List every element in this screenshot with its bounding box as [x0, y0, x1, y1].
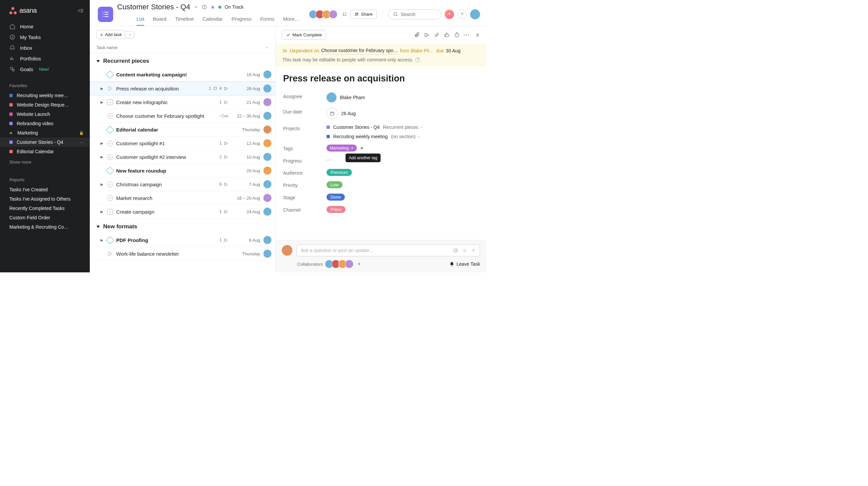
channel-field[interactable]: Press	[327, 206, 479, 213]
project-icon[interactable]	[98, 7, 113, 22]
sidebar-nav-goals[interactable]: GoalsNew!	[0, 64, 90, 74]
expand-icon[interactable]: ▶	[100, 182, 104, 187]
approval-icon[interactable]	[107, 209, 113, 215]
report-item[interactable]: Tasks I've Assigned to Others	[0, 194, 90, 204]
task-row[interactable]: Work-life balance newsletterThursday	[90, 247, 275, 261]
milestone-icon[interactable]	[106, 167, 114, 174]
stage-field[interactable]: Done	[327, 194, 479, 201]
user-avatar[interactable]	[470, 9, 480, 19]
mention-icon[interactable]: @	[453, 247, 458, 253]
assignee-avatar[interactable]	[264, 167, 271, 174]
add-task-button[interactable]: + Add task	[96, 30, 126, 39]
assignee-avatar[interactable]	[264, 194, 271, 202]
timer-icon[interactable]	[453, 32, 460, 38]
milestone-icon[interactable]	[106, 70, 114, 78]
help-icon[interactable]: ?	[415, 57, 420, 62]
member-avatar[interactable]	[329, 10, 338, 19]
section-header[interactable]: New formats	[90, 219, 275, 233]
info-icon[interactable]	[202, 4, 207, 10]
expand-icon[interactable]: ▶	[100, 209, 104, 214]
add-tag-button[interactable]: + Add another tag	[360, 145, 364, 152]
star-outline-icon[interactable]: ✧	[471, 247, 476, 253]
member-avatars[interactable]	[311, 10, 338, 19]
task-row[interactable]: Content marketing campaign!18 Aug	[90, 68, 275, 82]
milestone-icon[interactable]	[106, 236, 114, 244]
tab-timeline[interactable]: Timeline	[175, 14, 194, 26]
add-collaborator-button[interactable]: +	[358, 261, 361, 267]
link-icon[interactable]	[433, 32, 440, 38]
chevron-down-icon[interactable]	[194, 5, 198, 9]
sidebar-nav-portfolios[interactable]: Portfolios	[0, 53, 90, 64]
favorite-item[interactable]: Marketing🔒	[0, 128, 90, 137]
favorite-item[interactable]: Recruiting weekly mee…	[0, 91, 90, 100]
assignee-avatar[interactable]	[264, 139, 271, 147]
star-icon[interactable]: ★	[210, 4, 215, 10]
search-input[interactable]: Search	[388, 9, 441, 19]
assignee-avatar[interactable]	[264, 112, 271, 120]
task-list[interactable]: Recurrent piecesContent marketing campai…	[90, 53, 275, 272]
assignee-avatar[interactable]	[264, 126, 271, 133]
complete-checkbox[interactable]	[107, 140, 113, 146]
expand-icon[interactable]: ▶	[100, 141, 104, 145]
approval-icon[interactable]	[107, 99, 113, 105]
comment-input[interactable]: Ask a question or post an update… @ ☺ ✧	[297, 244, 480, 256]
task-row[interactable]: ▶Christmas campaign6 7 Aug	[90, 177, 275, 191]
favorite-item[interactable]: Customer Stories - Q4···	[0, 137, 90, 147]
show-more-button[interactable]: Show more	[0, 156, 90, 168]
attachment-icon[interactable]	[413, 32, 420, 38]
more-icon[interactable]: ···	[463, 32, 470, 38]
task-row[interactable]: ▶Create new infographic1 21 Aug	[90, 95, 275, 109]
assignee-avatar[interactable]	[264, 70, 271, 78]
assignee-avatar[interactable]	[264, 250, 271, 258]
leave-task-button[interactable]: Leave Task	[450, 261, 480, 267]
tab-progress[interactable]: Progress	[231, 14, 251, 26]
add-task-dropdown[interactable]	[126, 31, 134, 38]
priority-field[interactable]: Low	[327, 181, 479, 188]
audience-field[interactable]: Premium	[327, 169, 479, 176]
project-assignment[interactable]: Customer Stories - Q4Recurrent pieces	[327, 125, 423, 130]
sidebar-nav-my-tasks[interactable]: My Tasks	[0, 32, 90, 42]
tab-more[interactable]: More…	[283, 14, 300, 26]
section-dropdown[interactable]: Recurrent pieces	[383, 125, 423, 130]
share-button[interactable]: Share	[350, 10, 377, 19]
tab-forms[interactable]: Forms	[260, 14, 274, 26]
help-button[interactable]: ?	[457, 10, 467, 19]
member-count[interactable]: 12	[342, 12, 346, 17]
task-row[interactable]: New feature roundup20 Aug	[90, 164, 275, 177]
favorite-item[interactable]: Website Design Reque…	[0, 100, 90, 109]
milestone-icon[interactable]	[106, 126, 114, 133]
expand-icon[interactable]: ▶	[100, 238, 104, 242]
collaborator-avatar[interactable]	[345, 260, 353, 268]
assignee-avatar[interactable]	[264, 236, 271, 244]
task-row[interactable]: ▶Customer spotlight #11 12 Aug	[90, 136, 275, 150]
task-row[interactable]: ▶Customer spotlight #2 interview2 10 Aug	[90, 150, 275, 164]
column-header[interactable]: Task name	[90, 43, 275, 53]
task-row[interactable]: Choose customer for February spotlight‹ …	[90, 109, 275, 123]
assignee-avatar[interactable]	[264, 85, 271, 93]
expand-icon[interactable]: ▶	[100, 87, 104, 91]
remove-tag-icon[interactable]: ×	[351, 145, 353, 151]
tab-calendar[interactable]: Calendar	[203, 14, 223, 26]
collaborator-avatars[interactable]	[327, 260, 353, 268]
assignee-avatar[interactable]	[264, 180, 271, 188]
global-add-button[interactable]: +	[445, 10, 454, 19]
mark-complete-button[interactable]: Mark Complete	[282, 30, 326, 40]
task-row[interactable]: Editorial calendarThursday	[90, 123, 275, 136]
section-dropdown[interactable]: (no section)	[391, 134, 420, 139]
complete-checkbox[interactable]	[107, 113, 113, 119]
assignee-field[interactable]: Blake Pham	[327, 93, 479, 102]
more-icon[interactable]: ···	[80, 139, 84, 145]
due-date-field[interactable]: 26 Aug	[327, 108, 479, 119]
report-item[interactable]: Marketing & Recruiting Co…	[0, 222, 90, 232]
report-item[interactable]: Recently Completed Tasks	[0, 204, 90, 213]
project-assignment[interactable]: Recruiting weekly meeting(no section)	[327, 134, 421, 139]
like-icon[interactable]	[443, 32, 450, 38]
emoji-icon[interactable]: ☺	[462, 247, 467, 253]
complete-checkbox[interactable]	[107, 195, 113, 201]
task-title[interactable]: Press release on acquisition	[283, 73, 479, 84]
section-header[interactable]: Recurrent pieces	[90, 53, 275, 68]
sidebar-nav-inbox[interactable]: Inbox	[0, 42, 90, 53]
project-title[interactable]: Customer Stories - Q4	[117, 3, 190, 11]
expand-icon[interactable]: ▶	[100, 100, 104, 104]
task-row[interactable]: ▶Create campaign1 24 Aug	[90, 205, 275, 219]
